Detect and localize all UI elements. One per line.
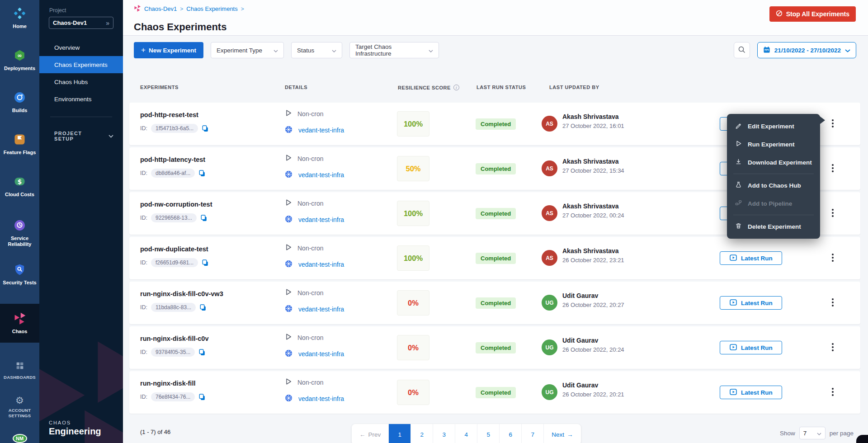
new-experiment-button[interactable]: + New Experiment bbox=[134, 42, 203, 58]
copy-icon[interactable] bbox=[200, 214, 208, 222]
infrastructure-link[interactable]: vedant-test-infra bbox=[298, 216, 344, 223]
infrastructure-link[interactable]: vedant-test-infra bbox=[298, 306, 344, 313]
experiment-id: ID: 93784f05-35... bbox=[140, 348, 206, 357]
sidebar-item-feature-flags[interactable]: Feature Flags bbox=[0, 133, 39, 156]
experiment-name[interactable]: run-nginx-disk-fill-c0v-vw3 bbox=[140, 290, 223, 297]
nav-item-overview[interactable]: Overview bbox=[49, 39, 113, 56]
sidebar-item-builds[interactable]: Builds bbox=[0, 91, 39, 113]
info-icon[interactable]: i bbox=[453, 85, 459, 90]
kubernetes-icon bbox=[285, 215, 292, 224]
flask-icon bbox=[735, 181, 742, 189]
svg-text:∞: ∞ bbox=[17, 52, 22, 59]
row-menu-kebab-icon[interactable] bbox=[829, 297, 836, 308]
infrastructure: vedant-test-infra bbox=[285, 349, 344, 358]
menu-item-edit-experiment[interactable]: Edit Experiment bbox=[727, 117, 820, 135]
page-button-2[interactable]: 2 bbox=[410, 424, 433, 443]
experiment-id: ID: 1f5471b3-6a5... bbox=[140, 124, 209, 133]
copy-icon[interactable] bbox=[202, 125, 209, 132]
row-menu-kebab-icon[interactable] bbox=[829, 207, 836, 219]
pager: ← Prev 1 2 3 4 5 6 7 Next → bbox=[352, 424, 581, 443]
service-reliability-icon bbox=[14, 219, 26, 233]
menu-item-add-to-chaos-hub[interactable]: Add to Chaos Hub bbox=[727, 176, 820, 194]
divider bbox=[50, 117, 112, 117]
help-widget-corner[interactable] bbox=[856, 435, 868, 443]
page-button-1[interactable]: 1 bbox=[388, 424, 410, 443]
row-menu-kebab-icon[interactable] bbox=[829, 341, 836, 353]
project-selector[interactable]: Chaos-Dev1 » bbox=[49, 17, 113, 29]
column-header-last-updated-by: LAST UPDATED BY bbox=[549, 85, 599, 90]
page-button-6[interactable]: 6 bbox=[499, 424, 521, 443]
page-button-7[interactable]: 7 bbox=[521, 424, 543, 443]
page-size-select[interactable]: 7 bbox=[799, 427, 826, 439]
row-menu-kebab-icon[interactable] bbox=[829, 252, 836, 264]
arrow-right-icon: → bbox=[567, 431, 573, 438]
resilience-score: 0% bbox=[397, 290, 429, 316]
experiment-type-filter[interactable]: Experiment Type bbox=[211, 42, 284, 58]
status-filter[interactable]: Status bbox=[291, 42, 342, 58]
experiment-name[interactable]: pod-nw-duplicate-test bbox=[140, 245, 208, 253]
breadcrumb-link-experiments[interactable]: Chaos Experiments bbox=[186, 5, 237, 12]
updated-at: 27 October 2022, 16:01 bbox=[562, 123, 624, 129]
infrastructure-link[interactable]: vedant-test-infra bbox=[298, 395, 344, 402]
user-avatar[interactable]: NM bbox=[13, 434, 27, 443]
security-tests-icon bbox=[14, 264, 26, 278]
status-badge: Completed bbox=[476, 163, 516, 174]
experiment-name[interactable]: run-nginx-disk-fill bbox=[140, 380, 195, 387]
experiment-name[interactable]: pod-http-latency-test bbox=[140, 156, 205, 163]
experiment-name[interactable]: pod-nw-corruption-test bbox=[140, 201, 212, 208]
menu-item-delete-experiment[interactable]: Delete Experiment bbox=[727, 217, 820, 236]
page-button-4[interactable]: 4 bbox=[455, 424, 477, 443]
copy-icon[interactable] bbox=[199, 304, 207, 311]
page-button-5[interactable]: 5 bbox=[477, 424, 499, 443]
target-infrastructure-filter[interactable]: Target Chaos Infrastructure bbox=[349, 42, 439, 58]
infrastructure-link[interactable]: vedant-test-infra bbox=[298, 171, 344, 179]
prev-page-button[interactable]: ← Prev bbox=[352, 424, 388, 443]
brand-small: CHAOS bbox=[49, 420, 101, 425]
sidebar-label: Cloud Costs bbox=[4, 192, 36, 198]
row-menu-kebab-icon[interactable] bbox=[829, 386, 836, 398]
menu-item-run-experiment[interactable]: Run Experiment bbox=[727, 135, 820, 153]
search-button[interactable] bbox=[734, 42, 750, 58]
infrastructure-link[interactable]: vedant-test-infra bbox=[298, 350, 344, 358]
next-page-button[interactable]: Next → bbox=[543, 424, 580, 443]
schedule-type: Non-cron bbox=[285, 109, 324, 118]
nav-item-chaos-experiments[interactable]: Chaos Experiments bbox=[39, 56, 123, 73]
nav-item-environments[interactable]: Environments bbox=[49, 90, 113, 108]
resilience-score: 0% bbox=[397, 335, 429, 360]
stop-all-experiments-button[interactable]: Stop All Experiments bbox=[769, 6, 856, 22]
row-menu-kebab-icon[interactable] bbox=[829, 162, 836, 174]
sidebar-item-chaos-selected[interactable]: Chaos bbox=[0, 304, 39, 343]
sidebar-item-account-settings[interactable]: ⚙ ACCOUNT SETTINGS bbox=[0, 396, 39, 419]
expand-double-chevron-icon[interactable]: » bbox=[106, 19, 109, 27]
breadcrumb-link-project[interactable]: Chaos-Dev1 bbox=[144, 5, 177, 12]
copy-icon[interactable] bbox=[202, 259, 209, 267]
experiment-name[interactable]: run-nginx-disk-fill-c0v bbox=[140, 335, 208, 342]
project-setup-toggle[interactable]: PROJECT SETUP bbox=[49, 131, 113, 141]
latest-run-button[interactable]: Latest Run bbox=[720, 296, 782, 310]
page-button-3[interactable]: 3 bbox=[433, 424, 455, 443]
copy-icon[interactable] bbox=[198, 170, 206, 177]
play-outline-icon bbox=[285, 333, 292, 342]
infrastructure-link[interactable]: vedant-test-infra bbox=[298, 127, 344, 134]
latest-run-button[interactable]: Latest Run bbox=[720, 341, 782, 354]
nav-item-chaos-hubs[interactable]: Chaos Hubs bbox=[49, 73, 113, 90]
latest-run-button[interactable]: Latest Run bbox=[720, 386, 782, 399]
latest-run-button[interactable]: Latest Run bbox=[720, 251, 782, 265]
sidebar-item-security-tests[interactable]: Security Tests bbox=[0, 264, 39, 286]
copy-icon[interactable] bbox=[198, 393, 206, 401]
experiment-name[interactable]: pod-http-reset-test bbox=[140, 111, 198, 118]
menu-item-download-experiment[interactable]: Download Experiment bbox=[727, 153, 820, 171]
date-range-picker[interactable]: 21/10/2022 - 27/10/2022 bbox=[757, 42, 856, 58]
sidebar-item-service-reliability[interactable]: Service Reliability bbox=[0, 219, 39, 247]
experiment-id: ID: db8d6a46-af... bbox=[140, 169, 206, 178]
sidebar-item-dashboards[interactable]: DASHBOARDS bbox=[0, 361, 39, 380]
sidebar-item-home[interactable]: Home bbox=[0, 7, 39, 29]
copy-icon[interactable] bbox=[198, 349, 206, 356]
sidebar-item-cloud-costs[interactable]: $ Cloud Costs bbox=[0, 175, 39, 198]
row-menu-kebab-icon[interactable] bbox=[829, 118, 836, 129]
run-history-icon bbox=[729, 388, 737, 397]
infrastructure-link[interactable]: vedant-test-infra bbox=[298, 261, 344, 268]
harness-home-icon bbox=[14, 7, 26, 21]
resilience-score: 100% bbox=[397, 245, 429, 271]
sidebar-item-deployments[interactable]: ∞ Deployments bbox=[0, 49, 39, 71]
